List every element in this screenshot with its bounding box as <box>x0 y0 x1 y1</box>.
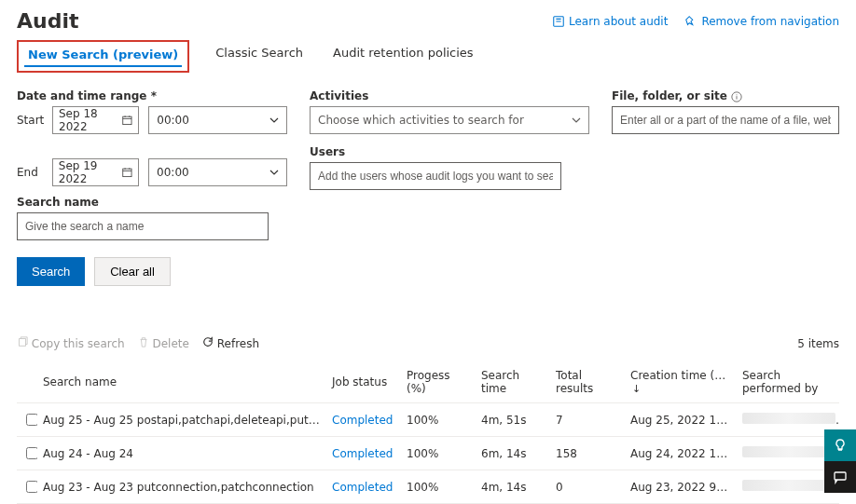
col-progress[interactable]: Progess (%) <box>401 361 476 403</box>
tab-classic-search[interactable]: Classic Search <box>212 40 307 73</box>
chevron-down-icon <box>572 116 581 125</box>
search-name-input[interactable] <box>17 212 269 240</box>
cell-progress: 100% <box>401 470 476 504</box>
remove-link-label: Remove from navigation <box>701 15 839 28</box>
col-search-time[interactable]: Search time <box>476 361 550 403</box>
svg-rect-1 <box>123 116 131 124</box>
end-time-value: 00:00 <box>157 166 189 179</box>
tab-audit-retention[interactable]: Audit retention policies <box>329 40 477 73</box>
unpin-icon <box>684 15 697 28</box>
chat-button[interactable] <box>824 461 856 493</box>
chevron-down-icon <box>269 168 279 177</box>
copy-icon <box>17 336 28 347</box>
file-folder-site-label: File, folder, or site <box>612 89 839 102</box>
end-time-picker[interactable]: 00:00 <box>148 158 287 186</box>
col-search-name[interactable]: Search name <box>37 361 326 403</box>
row-checkbox[interactable] <box>26 447 37 459</box>
start-label: Start <box>17 114 43 127</box>
remove-from-nav-link[interactable]: Remove from navigation <box>684 15 839 28</box>
cell-total-results: 7 <box>550 403 625 437</box>
activities-label: Activities <box>310 89 589 102</box>
delete-button: Delete <box>138 336 189 350</box>
svg-rect-5 <box>835 472 846 480</box>
calendar-icon <box>122 115 132 126</box>
start-date-picker[interactable]: Sep 18 2022 <box>52 106 139 134</box>
date-range-label: Date and time range <box>17 89 287 102</box>
tab-bar: New Search (preview) Classic Search Audi… <box>17 40 839 73</box>
cell-creation-time: Aug 23, 2022 9:44 … <box>625 470 737 504</box>
calendar-icon <box>122 167 132 178</box>
cell-progress: 100% <box>401 437 476 470</box>
item-count: 5 items <box>797 337 839 350</box>
row-checkbox[interactable] <box>26 481 37 493</box>
cell-total-results: 158 <box>550 437 625 470</box>
users-input[interactable] <box>310 162 561 190</box>
cell-job-status: Completed <box>326 470 401 504</box>
refresh-icon <box>202 336 214 347</box>
activities-placeholder: Choose which activities to search for <box>318 114 524 127</box>
cell-search-name: Aug 24 - Aug 24 <box>37 437 326 470</box>
col-job-status[interactable]: Job status <box>326 361 401 403</box>
chevron-down-icon <box>269 116 279 125</box>
tab-new-search[interactable]: New Search (preview) <box>17 40 189 73</box>
start-time-picker[interactable]: 00:00 <box>148 106 287 134</box>
learn-link-label: Learn about audit <box>569 15 668 28</box>
col-total-results[interactable]: Total results <box>550 361 625 403</box>
start-date-value: Sep 18 2022 <box>59 107 122 133</box>
delete-icon <box>138 336 149 347</box>
cell-progress: 100% <box>401 403 476 437</box>
end-date-picker[interactable]: Sep 19 2022 <box>52 158 139 186</box>
learn-about-audit-link[interactable]: Learn about audit <box>552 15 668 28</box>
activities-dropdown[interactable]: Choose which activities to search for <box>310 106 589 134</box>
users-label: Users <box>310 145 589 158</box>
lightbulb-icon <box>833 438 848 453</box>
svg-rect-2 <box>123 169 131 176</box>
refresh-button[interactable]: Refresh <box>202 336 259 350</box>
info-icon <box>731 91 742 102</box>
cell-search-time: 4m, 51s <box>476 403 550 437</box>
search-button[interactable]: Search <box>17 257 85 286</box>
col-creation-time[interactable]: Creation time (…↓ <box>625 361 737 403</box>
row-checkbox[interactable] <box>26 414 37 426</box>
results-table: Search name Job status Progess (%) Searc… <box>17 361 839 504</box>
table-row[interactable]: Aug 25 - Aug 25 postapi,patchapi,deletea… <box>17 403 839 437</box>
start-time-value: 00:00 <box>157 114 189 127</box>
clear-all-button[interactable]: Clear all <box>94 257 171 286</box>
end-label: End <box>17 166 43 179</box>
page-title: Audit <box>17 9 535 33</box>
end-date-value: Sep 19 2022 <box>59 159 123 185</box>
table-row[interactable]: Aug 23 - Aug 23 putconnection,patchconne… <box>17 470 839 504</box>
cell-job-status: Completed <box>326 403 401 437</box>
col-performed-by[interactable]: Search performed by <box>737 361 839 403</box>
cell-search-time: 4m, 14s <box>476 470 550 504</box>
cell-creation-time: Aug 25, 2022 12:23… <box>625 403 737 437</box>
sort-desc-icon: ↓ <box>632 383 641 395</box>
feedback-button[interactable] <box>824 429 856 461</box>
cell-creation-time: Aug 24, 2022 11:01… <box>625 437 737 470</box>
table-row[interactable]: Aug 24 - Aug 24Completed100%6m, 14s158Au… <box>17 437 839 470</box>
svg-rect-4 <box>20 339 26 347</box>
chat-icon <box>833 470 848 484</box>
book-icon <box>552 15 565 28</box>
cell-search-name: Aug 23 - Aug 23 putconnection,patchconne… <box>37 470 326 504</box>
cell-job-status: Completed <box>326 437 401 470</box>
cell-total-results: 0 <box>550 470 625 504</box>
copy-search-button: Copy this search <box>17 336 125 350</box>
cell-search-name: Aug 25 - Aug 25 postapi,patchapi,deletea… <box>37 403 326 437</box>
file-folder-site-input[interactable] <box>612 106 839 134</box>
cell-search-time: 6m, 14s <box>476 437 550 470</box>
search-name-label: Search name <box>17 196 287 209</box>
